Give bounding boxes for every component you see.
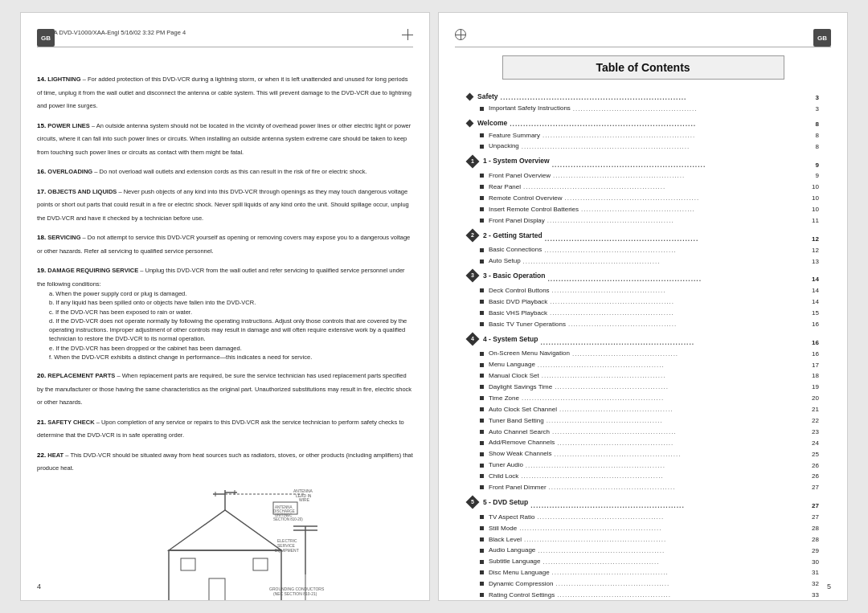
bullet-icon <box>480 474 484 478</box>
left-page: 01547A DVD-V1000/XAA-Engl 5/16/02 3:32 P… <box>20 12 430 601</box>
bullet-icon <box>480 174 484 178</box>
gb-badge-right: GB <box>813 29 831 47</box>
bullet-icon <box>480 549 484 553</box>
bullet-icon <box>480 560 484 564</box>
right-page-header <box>455 29 831 40</box>
toc-entry-getting-started: 2 2 - Getting Started ..................… <box>467 230 819 245</box>
bullet-icon <box>480 363 484 367</box>
left-page-header: 01547A DVD-V1000/XAA-Engl 5/16/02 3:32 P… <box>37 29 413 40</box>
bullet-icon <box>480 441 484 445</box>
bullet-icon <box>480 593 484 597</box>
toc-entry-basic-operation: 3 3 - Basic Operation ..................… <box>467 270 819 285</box>
diamond-icon <box>466 92 474 100</box>
svg-rect-3 <box>181 558 195 570</box>
toc-entry-dvd-setup: 5 5 - DVD Setup ........................… <box>467 497 819 512</box>
toc-title: Table of Contents <box>502 55 784 80</box>
toc-entry-unpacking: Unpacking ..............................… <box>480 141 819 152</box>
bullet-icon <box>480 219 484 223</box>
diamond-icon <box>466 119 474 127</box>
bullet-icon <box>480 419 484 423</box>
bullet-icon <box>480 515 484 519</box>
svg-text:(NEC SECTION 810-21): (NEC SECTION 810-21) <box>273 591 317 596</box>
num-diamond-icon-4: 4 <box>467 333 478 345</box>
bullet-icon <box>480 133 484 137</box>
num-diamond-icon-3: 3 <box>467 270 478 281</box>
num-diamond-icon-5: 5 <box>467 497 478 508</box>
bullet-icon <box>480 322 484 326</box>
toc-content: Safety .................................… <box>455 91 831 601</box>
bullet-icon <box>480 485 484 489</box>
bullet-icon <box>480 352 484 356</box>
toc-section-system-overview: 1 1 - System Overview ..................… <box>467 155 819 226</box>
page-num-right: 5 <box>827 582 831 591</box>
left-content: 14. LIGHTNING – For added protection of … <box>37 72 413 474</box>
bullet-icon <box>480 407 484 411</box>
bullet-icon <box>480 196 484 200</box>
toc-section-basic-operation: 3 3 - Basic Operation ..................… <box>467 270 819 329</box>
bullet-icon <box>480 464 484 468</box>
antenna-diagram-svg: GROUND CLAMP ANTENNA LEAD IN WIRE ELECTR… <box>121 486 330 602</box>
bullet-icon <box>480 582 484 586</box>
bullet-icon <box>480 300 484 304</box>
num-diamond-icon-2: 2 <box>467 230 478 241</box>
toc-entry-feature-summary: Feature Summary ........................… <box>480 130 819 141</box>
right-page: GB Table of Contents Safety ............… <box>438 12 848 601</box>
left-item-17: 17. OBJECTS AND LIQUIDS – Never push obj… <box>37 184 413 224</box>
left-item-19: 19. DAMAGE REQUIRING SERVICE – Unplug th… <box>37 263 413 362</box>
page-spread: 01547A DVD-V1000/XAA-Engl 5/16/02 3:32 P… <box>0 0 868 613</box>
toc-section-welcome: Welcome ................................… <box>467 117 819 152</box>
gb-badge-left: GB <box>37 29 55 47</box>
crosshair-icon <box>402 29 413 40</box>
circle-crosshair-icon <box>455 29 466 40</box>
num-diamond-icon-1: 1 <box>467 156 478 167</box>
antenna-diagram: GROUND CLAMP ANTENNA LEAD IN WIRE ELECTR… <box>37 486 413 602</box>
bullet-icon <box>480 396 484 400</box>
bullet-icon <box>480 385 484 389</box>
svg-rect-2 <box>209 578 225 602</box>
left-item-21: 21. SAFETY CHECK – Upon completion of an… <box>37 415 413 441</box>
left-item-14: 14. LIGHTNING – For added protection of … <box>37 72 413 112</box>
bullet-icon <box>480 430 484 434</box>
bullet-icon <box>480 570 484 574</box>
bullet-icon <box>480 452 484 456</box>
toc-section-system-setup: 4 4 - System Setup .....................… <box>467 333 819 493</box>
left-item-15: 15. POWER LINES – An outside antenna sys… <box>37 118 413 158</box>
bullet-icon <box>480 107 484 111</box>
bullet-icon <box>480 311 484 315</box>
bullet-icon <box>480 248 484 252</box>
toc-entry-system-setup: 4 4 - System Setup .....................… <box>467 333 819 349</box>
toc-entry-safety: Safety .................................… <box>467 91 819 103</box>
svg-rect-4 <box>253 558 268 570</box>
svg-marker-0 <box>169 510 281 550</box>
left-item-16: 16. OVERLOADING – Do not overload wall o… <box>37 164 413 178</box>
bullet-icon <box>480 288 484 292</box>
toc-entry-welcome: Welcome ................................… <box>467 117 819 129</box>
toc-section-getting-started: 2 2 - Getting Started ..................… <box>467 230 819 268</box>
bullet-icon <box>480 260 484 264</box>
bullet-icon <box>480 537 484 541</box>
bullet-icon <box>480 185 484 189</box>
bullet-icon <box>480 374 484 378</box>
toc-section-dvd-setup: 5 5 - DVD Setup ........................… <box>467 497 819 601</box>
toc-section-safety: Safety .................................… <box>467 91 819 114</box>
left-item-18: 18. SERVICING – Do not attempt to servic… <box>37 230 413 256</box>
page-num-left: 4 <box>37 582 41 591</box>
bullet-icon <box>480 526 484 530</box>
svg-text:EQUIPMENT: EQUIPMENT <box>275 548 299 553</box>
toc-entry-system-overview: 1 1 - System Overview ..................… <box>467 155 819 170</box>
svg-text:WIRE: WIRE <box>299 497 310 502</box>
toc-entry-important-safety: Important Safety Instructions ..........… <box>480 103 819 114</box>
left-item-20: 20. REPLACEMENT PARTS – When replacement… <box>37 368 413 408</box>
left-header-text: 01547A DVD-V1000/XAA-Engl 5/16/02 3:32 P… <box>37 29 186 38</box>
left-item-22: 22. HEAT – This DVD-VCR should be situat… <box>37 447 413 474</box>
svg-text:SECTION 810-20): SECTION 810-20) <box>273 517 303 521</box>
bullet-icon <box>480 207 484 211</box>
bullet-icon <box>480 145 484 149</box>
